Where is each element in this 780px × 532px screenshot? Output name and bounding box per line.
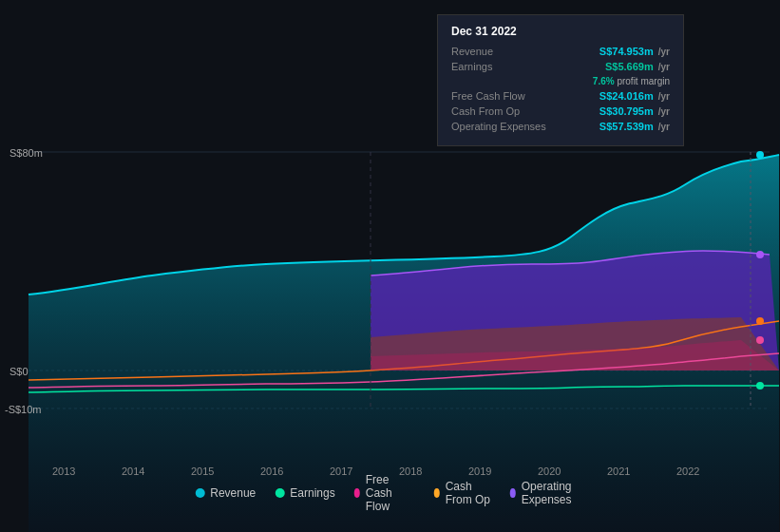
tooltip-row-margin: 7.6% profit margin — [451, 76, 670, 86]
svg-text:2014: 2014 — [122, 466, 144, 477]
svg-text:2021: 2021 — [607, 466, 630, 477]
tooltip-label-revenue: Revenue — [451, 46, 556, 57]
legend-dot-cashop — [434, 488, 440, 498]
legend-dot-opex — [510, 488, 516, 498]
svg-text:S$0: S$0 — [10, 366, 29, 377]
legend-item-fcf[interactable]: Free Cash Flow — [354, 473, 415, 513]
tooltip-label-opex: Operating Expenses — [451, 121, 556, 132]
svg-text:2013: 2013 — [52, 466, 75, 477]
tooltip: Dec 31 2022 Revenue S$74.953m /yr Earnin… — [437, 14, 684, 146]
tooltip-row-opex: Operating Expenses S$57.539m /yr — [451, 121, 670, 132]
svg-text:2022: 2022 — [676, 466, 699, 477]
legend-label-earnings: Earnings — [290, 486, 334, 500]
tooltip-value-fcf: S$24.016m /yr — [599, 90, 670, 102]
legend-label-opex: Operating Expenses — [522, 480, 585, 506]
legend-dot-revenue — [195, 488, 204, 498]
svg-text:S$80m: S$80m — [10, 147, 43, 159]
legend-label-cashop: Cash From Op — [446, 480, 491, 506]
tooltip-profit-margin: 7.6% profit margin — [593, 76, 670, 86]
legend-item-cashop[interactable]: Cash From Op — [434, 480, 491, 506]
tooltip-row-cashop: Cash From Op S$30.795m /yr — [451, 105, 670, 117]
chart-container: S$80m Dec 31 2022 Revenue S$74.953m /yr … — [0, 0, 780, 532]
tooltip-label-earnings: Earnings — [451, 61, 556, 72]
legend-item-opex[interactable]: Operating Expenses — [510, 480, 585, 506]
svg-point-11 — [756, 336, 764, 344]
legend-label-fcf: Free Cash Flow — [366, 473, 415, 513]
tooltip-value-opex: S$57.539m /yr — [599, 121, 670, 132]
tooltip-row-fcf: Free Cash Flow S$24.016m /yr — [451, 90, 670, 102]
chart-legend: Revenue Earnings Free Cash Flow Cash Fro… — [195, 473, 585, 513]
svg-point-10 — [756, 317, 764, 325]
legend-dot-earnings — [275, 488, 284, 498]
tooltip-label-fcf: Free Cash Flow — [451, 90, 556, 102]
tooltip-row-earnings: Earnings S$5.669m /yr — [451, 61, 670, 72]
svg-text:-S$10m: -S$10m — [5, 404, 42, 415]
legend-label-revenue: Revenue — [210, 486, 256, 500]
legend-item-earnings[interactable]: Earnings — [275, 486, 334, 500]
legend-dot-fcf — [354, 488, 360, 498]
tooltip-row-revenue: Revenue S$74.953m /yr — [451, 46, 670, 57]
tooltip-value-revenue: S$74.953m /yr — [599, 46, 670, 57]
svg-point-9 — [756, 151, 764, 159]
svg-point-13 — [756, 382, 764, 390]
tooltip-value-cashop: S$30.795m /yr — [599, 105, 670, 117]
tooltip-label-cashop: Cash From Op — [451, 105, 556, 117]
legend-item-revenue[interactable]: Revenue — [195, 486, 256, 500]
svg-point-12 — [756, 251, 764, 258]
tooltip-value-earnings: S$5.669m /yr — [605, 61, 670, 72]
tooltip-title: Dec 31 2022 — [451, 25, 670, 38]
